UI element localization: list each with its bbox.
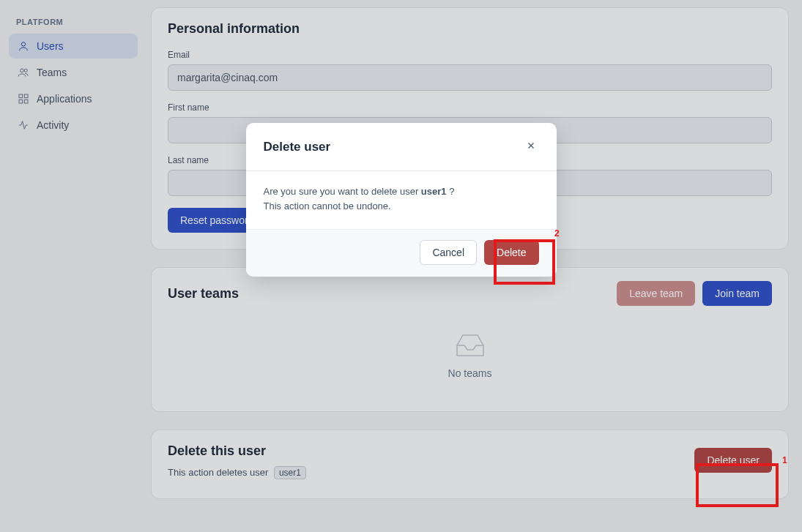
close-button[interactable] [523, 138, 539, 156]
annotation-label-1: 1 [782, 455, 787, 465]
close-icon [526, 141, 536, 151]
confirm-delete-button[interactable]: Delete [484, 240, 538, 265]
annotation-label-2: 2 [554, 228, 560, 239]
modal-title: Delete user [264, 140, 331, 154]
cancel-button[interactable]: Cancel [420, 240, 477, 265]
modal-overlay[interactable]: Delete user Are you sure you want to del… [0, 0, 802, 532]
modal-body: Are you sure you want to delete user use… [246, 171, 557, 229]
delete-user-modal: Delete user Are you sure you want to del… [246, 123, 557, 277]
